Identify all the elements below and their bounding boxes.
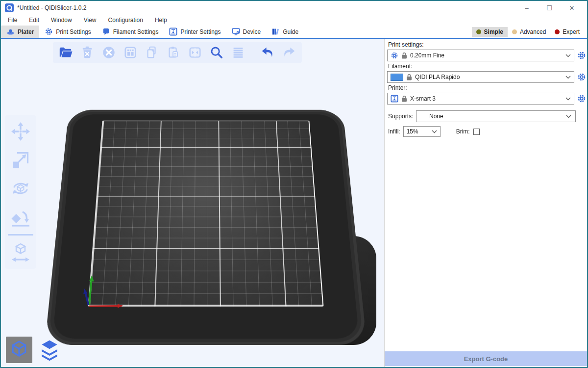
menu-edit[interactable]: Edit [23,15,45,26]
guide-icon [271,27,280,36]
maximize-button[interactable]: ☐ [538,1,561,14]
rotate-icon [10,178,31,199]
menu-view[interactable]: View [78,15,102,26]
tab-filament-settings[interactable]: Filament Settings [97,26,164,38]
expert-mode-dot-icon [555,29,560,34]
open-button[interactable] [58,45,74,60]
chevron-down-icon [565,54,571,57]
tab-printer-settings[interactable]: Printer Settings [164,26,226,38]
editor-3d-view-button[interactable] [6,337,32,363]
advanced-mode-dot-icon [512,29,517,34]
undo-icon [260,45,275,60]
tab-guide[interactable]: Guide [266,26,304,38]
mode-switcher: Simple Advanced Expert [472,26,587,38]
delete-button[interactable] [79,45,95,60]
move-icon [10,121,31,142]
menubar: File Edit Window View Configuration Help [1,15,587,26]
close-button[interactable]: ✕ [561,1,583,14]
variable-layer-height-button[interactable] [230,45,246,60]
undo-button[interactable] [260,45,275,60]
menu-file[interactable]: File [2,15,23,26]
mode-label: Advanced [520,28,546,35]
mode-advanced[interactable]: Advanced [508,27,550,37]
measure-icon [10,242,31,263]
lock-icon [401,95,407,102]
top-toolbar [53,42,302,63]
tab-label: Filament Settings [113,28,159,35]
tab-label: Plater [18,28,34,35]
infill-select[interactable]: 15% [403,126,441,137]
infill-label: Infill: [388,128,400,135]
variable-layer-height-icon [231,45,245,60]
tab-label: Device [243,28,261,35]
sidebar: Print settings: 0.20mm Fine Filament: QI… [384,39,587,367]
copy-button[interactable] [144,45,160,60]
mode-expert[interactable]: Expert [550,27,584,37]
printer-value: X-smart 3 [410,95,563,102]
3d-viewport[interactable] [1,39,384,367]
titlebar: *Untitled - QIDISlicer-1.0.2 – ☐ ✕ [1,1,587,15]
preview-layers-button[interactable] [36,337,63,363]
measure-button[interactable] [9,241,32,264]
move-button[interactable] [9,120,32,143]
paste-button[interactable] [166,45,181,60]
view-toggle [6,337,63,363]
gear-icon [577,51,586,60]
supports-label: Supports: [388,113,416,120]
tab-label: Print Settings [56,28,91,35]
filament-gear-button[interactable] [576,71,587,83]
printer-label: Printer: [388,84,587,91]
tab-plater[interactable]: Plater [1,26,39,38]
tab-print-settings[interactable]: Print Settings [39,26,96,38]
brim-checkbox[interactable] [473,129,480,135]
menu-window[interactable]: Window [45,15,78,26]
filament-value: QIDI PLA Rapido [415,74,563,80]
rotate-button[interactable] [9,177,32,200]
print-settings-select[interactable]: 0.20mm Fine [387,50,574,61]
print-settings-gear-button[interactable] [576,50,587,61]
export-gcode-button[interactable]: Export G-code [385,351,587,366]
paste-icon [166,45,181,60]
lock-icon [406,74,412,80]
chevron-down-icon [432,130,437,133]
printer-gear-button[interactable] [576,93,587,105]
search-icon [209,45,224,60]
tab-device[interactable]: Device [226,26,267,38]
place-on-face-icon [10,206,31,228]
tab-label: Printer Settings [180,28,220,35]
lock-icon [401,52,407,59]
menu-configuration[interactable]: Configuration [102,15,149,26]
print-settings-label: Print settings: [388,41,587,48]
open-icon [58,45,73,60]
editor-3d-view-icon [8,339,30,361]
infill-value: 15% [407,128,432,135]
split-objects-button[interactable] [187,45,203,60]
app-logo-icon [5,3,14,12]
print-settings-value: 0.20mm Fine [410,52,563,59]
place-on-face-button[interactable] [9,206,32,228]
split-objects-icon [188,45,202,60]
mode-simple[interactable]: Simple [472,27,508,37]
gear-icon [577,94,586,103]
search-button[interactable] [209,45,224,60]
scale-button[interactable] [9,149,32,171]
printer-select[interactable]: X-smart 3 [387,93,574,105]
supports-select[interactable]: None [416,110,576,122]
delete-all-button[interactable] [101,45,117,60]
chevron-down-icon [566,115,571,118]
gear-icon [391,52,398,59]
gear-icon [45,27,53,36]
printer-icon [391,95,398,103]
redo-button[interactable] [281,45,297,60]
arrange-button[interactable] [122,45,138,60]
window-title: *Untitled - QIDISlicer-1.0.2 [17,4,515,11]
copy-icon [145,45,159,60]
axes-indicator-icon [74,264,138,316]
filament-icon [102,27,110,36]
minimize-button[interactable]: – [515,1,538,14]
filament-label: Filament: [388,63,587,70]
plater-icon [6,27,15,36]
filament-select[interactable]: QIDI PLA Rapido [387,71,574,83]
menu-help[interactable]: Help [149,15,173,26]
tab-label: Guide [283,28,298,35]
